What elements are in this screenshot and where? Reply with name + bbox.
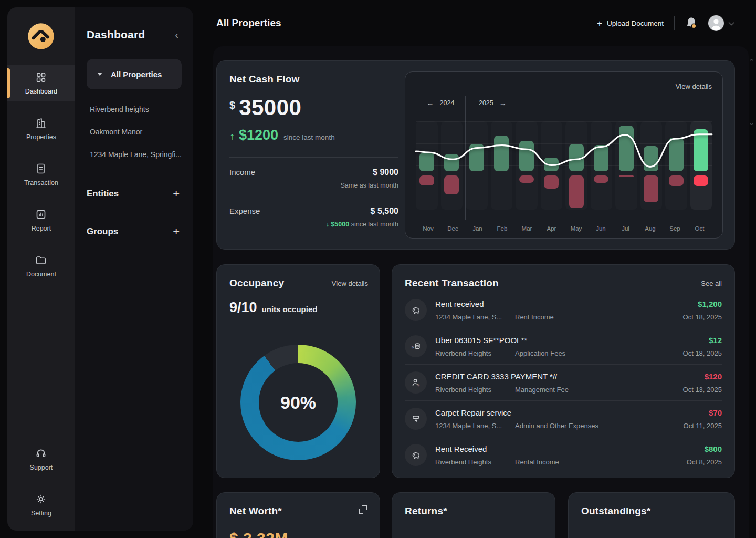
add-group-button[interactable]: +: [173, 226, 180, 237]
trend-line-svg: [416, 121, 712, 210]
sidebar-item-report[interactable]: Report: [7, 202, 75, 239]
paint-roller-icon: [405, 408, 427, 430]
transaction-list: Rent received 1234 Maple Lane, S... Rent…: [392, 292, 734, 473]
sidebar-item-setting[interactable]: Setting: [7, 487, 75, 523]
card-title: Outstandings*: [581, 505, 650, 516]
sidebar-item-label: Setting: [31, 510, 51, 517]
month-label: Sep: [663, 225, 687, 232]
headset-icon: [35, 447, 47, 460]
account-menu[interactable]: [708, 15, 733, 31]
property-list-item[interactable]: 1234 Maple Lane, Springfi...: [90, 150, 182, 159]
sidebar-item-label: Report: [32, 225, 51, 232]
occupancy-percent: 90%: [240, 345, 356, 460]
month-label: Dec: [440, 225, 465, 232]
month-label: May: [564, 225, 589, 232]
income-label: Income: [229, 168, 255, 177]
transaction-date: Oct 13, 2025: [683, 386, 722, 394]
card-title: Returns*: [405, 505, 447, 516]
add-entity-button[interactable]: +: [173, 188, 180, 200]
sidebar-item-properties[interactable]: Properties: [7, 111, 75, 147]
property-list-item[interactable]: Oakmont Manor: [90, 128, 182, 136]
transaction-amount: $1,200: [683, 299, 722, 308]
expense-note-suffix: since last month: [351, 221, 398, 228]
rail-bottom: Support Setting: [7, 441, 75, 531]
year-left: 2024: [440, 99, 455, 107]
see-all-link[interactable]: See all: [701, 280, 722, 287]
transaction-category: Rental Income: [515, 458, 559, 466]
transaction-category: Management Fee: [515, 386, 569, 394]
divider: [229, 157, 398, 158]
expense-label: Expense: [229, 206, 260, 215]
chevron-down-icon: [729, 19, 734, 25]
transaction-row[interactable]: Rent Received Riverbend Heights Rental I…: [405, 437, 722, 473]
view-details-link[interactable]: View details: [676, 82, 712, 90]
transaction-category: Rent Income: [515, 313, 554, 321]
month-label: Mar: [514, 225, 539, 232]
svg-text:$: $: [417, 382, 419, 387]
prev-year-arrow-icon[interactable]: ←: [427, 99, 434, 107]
month-label: Feb: [490, 225, 514, 232]
card-title: Recent Transaction: [405, 277, 499, 289]
groups-section: Groups +: [87, 226, 182, 237]
upload-document-button[interactable]: + Upload Document: [597, 19, 664, 28]
property-list: Riverbend heights Oakmont Manor 1234 Map…: [90, 105, 182, 159]
expand-icon[interactable]: [359, 505, 367, 514]
sidebar-item-support[interactable]: Support: [7, 441, 75, 478]
piggy-bank-icon: [405, 299, 427, 321]
expense-note: ↓ $5000 since last month: [229, 221, 398, 228]
folder-icon: [35, 254, 47, 266]
transaction-title: CREDIT CARD 3333 PAYMENT *//: [435, 372, 675, 381]
year-nav: ← 2024 2025 →: [416, 99, 712, 107]
next-year-arrow-icon[interactable]: →: [499, 99, 507, 107]
sidebar: Dashboard Properties Transaction Report …: [7, 7, 193, 531]
sidebar-item-label: Document: [26, 271, 56, 278]
transaction-row[interactable]: $ Uber 063015 SF**POOL** Riverbend Heigh…: [405, 328, 722, 365]
occupancy-ratio-suffix: units occupied: [262, 305, 318, 314]
property-list-item[interactable]: Riverbend heights: [90, 105, 182, 113]
topbar: All Properties + Upload Document: [205, 0, 756, 46]
sidebar-item-transaction[interactable]: Transaction: [7, 157, 75, 193]
currency-symbol: $: [229, 99, 235, 111]
occupancy-donut-chart: 90%: [240, 345, 356, 460]
month-label: Jan: [465, 225, 490, 232]
transaction-amount: $800: [687, 444, 722, 453]
sidebar-item-label: Dashboard: [25, 88, 57, 95]
payee-dollar-icon: $: [405, 371, 427, 394]
transaction-title: Rent received: [435, 299, 675, 308]
transaction-title: Rent Received: [435, 444, 678, 453]
scrollbar-thumb[interactable]: [750, 59, 753, 125]
net-worth-value: $ 2.32M: [229, 530, 368, 538]
income-note: Same as last month: [229, 182, 398, 189]
cashflow-month-labels: NovDecJanFebMarAprMayJunJulAugSepOct: [416, 225, 712, 232]
transaction-row[interactable]: $ CREDIT CARD 3333 PAYMENT *// Riverbend…: [405, 365, 722, 401]
month-label: Oct: [687, 225, 712, 232]
arrow-down-icon: ↓: [326, 221, 329, 228]
expense-delta: $5000: [331, 221, 349, 228]
avatar: [708, 15, 724, 31]
dashboard-icon: [35, 71, 47, 84]
transaction-row[interactable]: Carpet Repair service 1234 Maple Lane, S…: [405, 401, 722, 437]
delta-value: $1200: [239, 127, 278, 143]
groups-label: Groups: [87, 226, 118, 237]
sidebar-item-document[interactable]: Document: [7, 248, 75, 284]
sidebar-rail: Dashboard Properties Transaction Report …: [7, 7, 75, 531]
net-cash-flow-value: 35000: [239, 97, 301, 119]
transaction-property: 1234 Maple Lane, S...: [435, 313, 515, 321]
property-selector[interactable]: All Properties: [87, 59, 182, 89]
month-label: Aug: [638, 225, 663, 232]
card-title: Net Cash Flow: [229, 74, 398, 85]
sidebar-item-dashboard[interactable]: Dashboard: [7, 65, 75, 101]
plus-icon: +: [597, 19, 602, 28]
income-value: $ 9000: [373, 168, 398, 177]
month-label: Apr: [539, 225, 564, 232]
collapse-panel-icon[interactable]: ‹: [172, 28, 182, 41]
month-label: Jul: [613, 225, 638, 232]
entities-label: Entities: [87, 189, 119, 199]
transaction-row[interactable]: Rent received 1234 Maple Lane, S... Rent…: [405, 292, 722, 328]
piggy-bank-icon: [405, 444, 427, 466]
notifications-button[interactable]: [685, 16, 698, 30]
view-details-link[interactable]: View details: [332, 280, 368, 287]
app-root: { "colors": { "accent": "#f0b264", "cred…: [0, 0, 756, 538]
transaction-property: Riverbend Heights: [435, 458, 515, 466]
sidebar-item-label: Transaction: [24, 179, 58, 187]
